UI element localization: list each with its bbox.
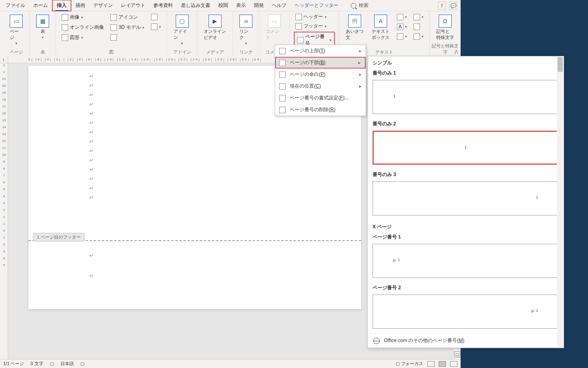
menu-item-c[interactable]: 現在の位置(C)▸ (275, 80, 366, 92)
textbox-button[interactable]: A テキスト ボックス (369, 13, 392, 42)
tab-insert[interactable]: 挿入 (52, 0, 71, 11)
datetime-button[interactable] (412, 23, 425, 31)
addins-icon: ▢ (176, 15, 189, 28)
view-print-button[interactable] (439, 361, 446, 367)
shapes-icon (62, 34, 68, 41)
comments-button[interactable]: 💬 (449, 2, 457, 10)
greeting-icon: 例 (348, 15, 361, 28)
tab-file[interactable]: ファイル (2, 0, 29, 11)
comment-button[interactable]: ▭ コメント (263, 13, 285, 42)
vertical-ruler[interactable]: 2121201918171615141312111098765432112123… (0, 56, 8, 359)
ruler-restore-button[interactable]: ▢ (454, 351, 460, 357)
greeting-button[interactable]: 例 あいさつ 文 (343, 13, 366, 42)
screenshot-icon (151, 24, 157, 30)
smartart-icon (110, 34, 117, 41)
signature-button[interactable]: ▾ (412, 13, 425, 21)
gallery-more-office[interactable]: Office.com のその他のページ番号(M) ▸ (368, 334, 564, 347)
tab-references[interactable]: 参考資料 (149, 0, 177, 11)
dropcap-icon (397, 33, 403, 40)
footer-region[interactable]: 1 ページ目のフッター ↵ ↵ (28, 240, 361, 241)
quickparts-button[interactable]: ▾ (395, 13, 409, 21)
menu-item-p[interactable]: ページの余白(P)▸ (275, 69, 366, 80)
gallery-item-preview[interactable]: 1 (373, 131, 559, 165)
table-button[interactable]: ▦ 表▾ (34, 13, 52, 41)
search-label: 検索 (359, 2, 368, 9)
page-number-gallery: シンプル 番号のみ 11番号のみ 21番号のみ 31 X ページ ページ番号 1… (367, 56, 564, 348)
tab-design[interactable]: デザイン (89, 0, 117, 11)
tab-draw[interactable]: 描画 (71, 0, 89, 11)
link-button[interactable]: ∞ リンク▾ (237, 13, 255, 47)
page-number-menu: ページの上部(T)▸ページの下部(B)▸ページの余白(P)▸現在の位置(C)▸ペ… (275, 45, 366, 116)
tab-review[interactable]: 校閲 (214, 0, 232, 11)
tab-developer[interactable]: 開発 (250, 0, 268, 11)
object-button[interactable]: ▾ (412, 32, 425, 41)
symbols-button[interactable]: Ω 記号と 特殊文字 (434, 13, 457, 42)
smartart-button[interactable] (109, 33, 146, 41)
page-icon (279, 71, 286, 78)
tab-view[interactable]: 表示 (232, 0, 250, 11)
addins-button[interactable]: ▢ アドイン▾ (171, 13, 193, 47)
online-picture-icon (62, 24, 68, 31)
gallery-item-preview[interactable]: p. 1 (373, 295, 559, 329)
icons-button[interactable]: アイコン (109, 13, 146, 22)
pages-button[interactable]: ▭ ページ▾ (7, 13, 25, 47)
ribbon-collapse-button[interactable]: ⋀ (454, 49, 458, 54)
tab-mailings[interactable]: 差し込み文書 (177, 0, 214, 11)
status-macro-icon[interactable]: ▢ (80, 361, 84, 366)
wordart-icon: A (397, 24, 403, 30)
tab-header-footer-tools[interactable]: ヘッダーとフッター (291, 0, 342, 11)
group-addins: ▢ アドイン▾ アドイン (167, 11, 198, 56)
3dmodel-button[interactable]: 3D モデル▾ (109, 23, 146, 32)
focus-mode-button[interactable]: ▢ フォーカス (396, 361, 423, 367)
gallery-item-preview[interactable]: p. 1 (373, 244, 559, 278)
gallery-item-preview[interactable]: 1 (373, 80, 559, 114)
wordart-button[interactable]: A▾ (395, 23, 409, 31)
page-icon (279, 48, 286, 54)
status-bar: 1/1 ページ 0 文字 ▢ 日本語 ▢ ▢ フォーカス (0, 359, 461, 368)
footer-button[interactable]: フッター▾ (294, 22, 335, 30)
signature-icon (414, 14, 420, 20)
tab-layout[interactable]: レイアウト (117, 0, 149, 11)
dropcap-button[interactable]: ▾ (395, 32, 409, 41)
status-proofing-icon[interactable]: ▢ (50, 361, 54, 366)
group-tables: ▦ 表▾ 表 (30, 11, 56, 56)
omega-icon: Ω (439, 15, 452, 28)
share-button[interactable]: ⇧ (438, 2, 446, 10)
menu-item-r[interactable]: ページ番号の削除(R) (275, 104, 366, 116)
shapes-button[interactable]: 図形▾ (60, 33, 106, 42)
menu-item-f[interactable]: ページ番号の書式設定(F)... (275, 92, 366, 104)
status-page[interactable]: 1/1 ページ (3, 361, 24, 367)
object-icon (414, 33, 420, 40)
gallery-section-xpage: X ページ (368, 220, 564, 232)
chart-icon (151, 14, 157, 20)
icons-icon (110, 14, 117, 21)
status-language[interactable]: 日本語 (60, 361, 74, 367)
chart-button[interactable] (149, 13, 163, 21)
group-media: ▶ オンライン ビデオ メディア (197, 11, 233, 56)
3d-icon (110, 24, 117, 31)
picture-icon (62, 14, 68, 21)
page-icon (279, 60, 286, 66)
gallery-item-preview[interactable]: 1 (373, 181, 559, 215)
gallery-item-label: ページ番号 1 (368, 232, 564, 242)
header-icon (295, 14, 302, 20)
page-icon: ▭ (10, 15, 23, 28)
menu-item-b[interactable]: ページの下部(B)▸ (275, 57, 366, 69)
view-web-button[interactable] (450, 361, 457, 367)
search-icon (351, 3, 356, 9)
pictures-button[interactable]: 画像▾ (60, 13, 106, 22)
header-button[interactable]: ヘッダー▾ (294, 13, 335, 21)
status-words[interactable]: 0 文字 (30, 361, 43, 367)
search-box[interactable]: 検索 (351, 2, 368, 9)
view-read-button[interactable] (427, 361, 435, 367)
tab-home[interactable]: ホーム (29, 0, 52, 11)
gallery-item-label: 番号のみ 1 (368, 68, 564, 78)
footer-tab-label: 1 ページ目のフッター (33, 233, 84, 241)
gallery-scrollbar[interactable] (557, 56, 564, 348)
menu-item-t[interactable]: ページの上部(T)▸ (275, 45, 366, 57)
tab-help[interactable]: ヘルプ (268, 0, 291, 11)
online-pictures-button[interactable]: オンライン画像 (60, 23, 106, 32)
online-video-button[interactable]: ▶ オンライン ビデオ (201, 13, 228, 42)
ribbon-tabs: ファイル ホーム 挿入 描画 デザイン レイアウト 参考資料 差し込み文書 校閲… (0, 0, 461, 11)
screenshot-button[interactable]: ▾ (149, 23, 163, 31)
